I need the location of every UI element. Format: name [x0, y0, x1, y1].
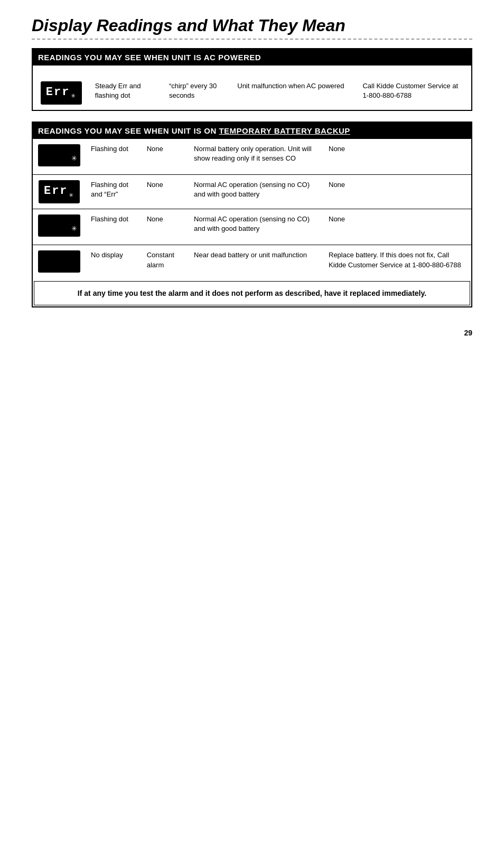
chirp-cell: Constant alarm [142, 245, 189, 281]
dot-symbol: ✳ [71, 154, 77, 163]
display-cell: Err✳ [33, 175, 86, 209]
note-box: If at any time you test the alarm and it… [34, 281, 470, 305]
display-cell: ✳ [33, 139, 86, 175]
blank-display-1: ✳ [38, 144, 80, 166]
battery-table: ✳ Flashing dot None Normal battery only … [33, 139, 471, 281]
err-display-2: Err✳ [39, 180, 80, 203]
action-cell: Replace battery. If this does not fix, C… [323, 245, 471, 281]
chirp-cell: “chirp” every 30 seconds [164, 76, 232, 110]
action-cell: None [323, 139, 471, 175]
chirp-cell: None [142, 175, 189, 209]
reading-cell: Flashing dot [86, 209, 142, 245]
note-text: If at any time you test the alarm and it… [78, 289, 426, 297]
chirp-cell: None [142, 139, 189, 175]
col-header-action [357, 66, 471, 76]
table-row: Err✳ Steady Err and flashing dot “chirp”… [33, 76, 471, 110]
meaning-cell: Normal battery only operation. Unit will… [189, 139, 323, 175]
chirp-cell: None [142, 209, 189, 245]
display-cell: Err✳ [33, 76, 90, 110]
col-header-reading [90, 66, 164, 76]
display-cell [33, 245, 86, 281]
action-cell: None [323, 209, 471, 245]
battery-section-header: READINGS YOU MAY SEE WHEN UNIT IS ON TEM… [33, 123, 471, 139]
table-row: ✳ Flashing dot None Normal AC operation … [33, 209, 471, 245]
table-row: ✳ Flashing dot None Normal battery only … [33, 139, 471, 175]
col-header-chirp [164, 66, 232, 76]
col-header-display [33, 66, 90, 76]
dot-symbol: ✳ [71, 224, 77, 234]
blank-display-4 [38, 250, 80, 273]
meaning-cell: Normal AC operation (sensing no CO) and … [189, 209, 323, 245]
meaning-cell: Normal AC operation (sensing no CO) and … [189, 175, 323, 209]
action-cell: Call Kidde Customer Service at 1-800-880… [357, 76, 471, 110]
meaning-cell: Unit malfunction when AC powered [232, 76, 357, 110]
reading-cell: Flashing dot [86, 139, 142, 175]
err-display: Err✳ [41, 81, 82, 105]
ac-powered-section: READINGS YOU MAY SEE WHEN UNIT IS AC POW… [32, 48, 472, 111]
col-header-meaning [232, 66, 357, 76]
page-title: Display Readings and What They Mean [32, 16, 472, 40]
reading-cell: Steady Err and flashing dot [90, 76, 164, 110]
table-row: Err✳ Flashing dot and “Err” None Normal … [33, 175, 471, 209]
battery-section: READINGS YOU MAY SEE WHEN UNIT IS ON TEM… [32, 122, 472, 307]
action-cell: None [323, 175, 471, 209]
asterisk-symbol: ✳ [71, 91, 76, 100]
meaning-cell: Near dead battery or unit malfunction [189, 245, 323, 281]
display-cell: ✳ [33, 209, 86, 245]
page-number: 29 [32, 318, 472, 337]
asterisk-symbol: ✳ [69, 191, 74, 199]
reading-cell: No display [86, 245, 142, 281]
ac-section-header: READINGS YOU MAY SEE WHEN UNIT IS AC POW… [33, 49, 471, 66]
reading-cell: Flashing dot and “Err” [86, 175, 142, 209]
blank-display-3: ✳ [38, 214, 80, 237]
ac-table: Err✳ Steady Err and flashing dot “chirp”… [33, 66, 471, 110]
table-row: No display Constant alarm Near dead batt… [33, 245, 471, 281]
